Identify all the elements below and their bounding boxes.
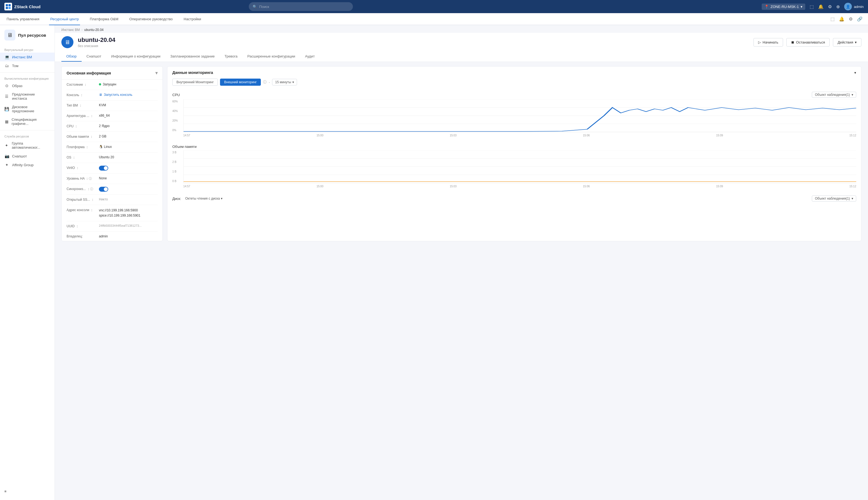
sidebar-collapse-btn[interactable]: ≡: [0, 487, 55, 496]
sidebar-item-image[interactable]: ⊙ Образ: [0, 81, 55, 90]
monitoring-header: Данные мониторинга: [167, 67, 861, 79]
cpu-chart-area: [183, 99, 856, 132]
monitoring-collapse[interactable]: [854, 71, 856, 75]
sidebar-item-affinity[interactable]: ✦ Affinity Group: [0, 160, 55, 169]
breadcrumb-separator: ›: [81, 28, 82, 32]
sidebar-item-volume-label: Том: [12, 64, 18, 68]
sync-toggle[interactable]: [99, 187, 108, 192]
vm-icon: 💻: [4, 55, 9, 59]
memory-x-5: 15:09: [716, 185, 723, 188]
nav-icon-1[interactable]: ⬚: [831, 16, 835, 22]
sidebar-item-snapshot[interactable]: 📷 Снапшот: [0, 152, 55, 160]
disk-chart-control[interactable]: Объект наблюдения(1) ▾: [812, 195, 856, 202]
search-bar[interactable]: 🔍 Поиск: [249, 2, 353, 11]
vm-type-label: Тип ВМ ：: [67, 103, 97, 108]
nav-icon-4[interactable]: 🔗: [857, 16, 863, 22]
vm-avatar: 🖥: [62, 36, 74, 48]
header-top: 🖥 ubuntu-20.04 без описания ▷ Начинать ⏹…: [62, 36, 861, 52]
sidebar-item-instance-offer[interactable]: ☰ Предложение инстанса: [0, 90, 55, 103]
disk-type-select[interactable]: Октеты чтения с диска ▾: [183, 196, 225, 201]
settings-icon[interactable]: ⚙: [828, 4, 832, 9]
time-range-select[interactable]: 15 минуты ▾: [272, 79, 297, 86]
sidebar-item-vm[interactable]: 💻 Инстанс ВМ: [0, 53, 55, 61]
nav-resource-center[interactable]: Ресурсный центр: [49, 13, 80, 25]
top-nav-right: 📍 ZONE-RU-MSK-1 ▾ ⬚ 🔔 ⚙ ⊕ 👤 admin: [762, 3, 864, 10]
tab-advanced-config[interactable]: Расширенные конфигурации: [243, 52, 300, 61]
monitor-icon[interactable]: ⬚: [810, 4, 814, 9]
cpu-x-labels: 14:57 15:00 15:03 15:06 15:09 15:12: [183, 133, 856, 137]
info-row-memory: Объем памяти ： 2 GB: [67, 132, 157, 142]
console-value[interactable]: 🖥 Запустить консоль: [99, 93, 157, 96]
info-row-console-addr: Адрес консоли ： vnc://10.199.199.166:590…: [67, 205, 157, 221]
sidebar-item-snapshot-label: Снапшот: [12, 154, 27, 158]
virtio-toggle[interactable]: [99, 166, 108, 171]
start-button[interactable]: ▷ Начинать: [754, 38, 783, 47]
zone-selector[interactable]: 📍 ZONE-RU-MSK-1 ▾: [762, 3, 805, 10]
memory-chart-svg: [183, 150, 856, 183]
external-monitor-btn[interactable]: Внешний мониторинг: [220, 79, 261, 86]
tab-config-info[interactable]: Информация о конфигурации: [106, 52, 166, 61]
cpu-chart-section: CPU Объект наблюдения(1) ▾: [167, 89, 861, 142]
console-icon: 🖥: [99, 93, 102, 96]
platform-value: 🐧 Linux: [99, 145, 157, 149]
tab-scheduled[interactable]: Запланированное задание: [166, 52, 220, 61]
sidebar-logo-label: Пул ресурсов: [18, 33, 46, 37]
memory-x-labels: 14:57 15:00 15:03 15:06 15:09 15:12: [183, 184, 856, 189]
info-row-owner: Владелец: admin: [67, 232, 157, 241]
sidebar-item-auto-group-label: Группа автоматическог...: [12, 141, 50, 149]
sidebar-item-gpu[interactable]: ▦ Спецификация графиче...: [0, 115, 55, 128]
cpu-label: CPU ：: [67, 124, 97, 129]
tab-alarm[interactable]: Тревога: [220, 52, 242, 61]
internal-monitor-btn[interactable]: Внутренний Мониторинг: [173, 79, 218, 86]
info-row-vm-type: Тип ВМ ： KVM: [67, 101, 157, 111]
tab-overview[interactable]: Обзор: [62, 52, 82, 61]
sidebar-item-disk-label: Дисковое предложение: [12, 105, 50, 113]
time-chevron-icon: ▾: [292, 80, 294, 84]
breadcrumb-parent[interactable]: Инстанс ВМ: [62, 28, 80, 32]
nav-icon-2[interactable]: 🔔: [839, 16, 844, 22]
page-header: 🖥 ubuntu-20.04 без описания ▷ Начинать ⏹…: [55, 33, 868, 62]
basic-info-collapse[interactable]: [155, 70, 157, 76]
tab-snapshot[interactable]: Снапшот: [82, 52, 106, 61]
tab-audit[interactable]: Аудит: [300, 52, 320, 61]
disk-header: Диск: Октеты чтения с диска ▾: [173, 196, 224, 201]
content-area: Инстанс ВМ › ubuntu-20.04 🖥 ubuntu-20.04…: [55, 25, 868, 500]
sidebar-item-auto-group[interactable]: ✦ Группа автоматическог...: [0, 139, 55, 152]
disk-chevron-icon: ▾: [221, 197, 222, 201]
virtio-label: VirtIO ：: [67, 166, 97, 170]
sidebar-item-disk-offer[interactable]: 💾 Дисковое предложение: [0, 103, 55, 115]
user-info[interactable]: 👤 admin: [844, 3, 864, 10]
nav-oam[interactable]: Платформа O&M: [89, 13, 120, 25]
sidebar-item-volume[interactable]: 🗂 Том: [0, 61, 55, 70]
chevron-down-icon: ▾: [801, 5, 802, 9]
monitor-info-icon: ⓘ: [263, 80, 267, 84]
avatar: 👤: [844, 3, 852, 10]
stop-button[interactable]: ⏹ Останавливаться: [786, 38, 830, 47]
nav-settings[interactable]: Настройки: [182, 13, 202, 25]
disk-section: Диск: Октеты чтения с диска ▾ Объект наб…: [167, 193, 861, 204]
arch-value: x86_64: [99, 114, 157, 117]
sidebar: 🖥 Пул ресурсов Виртуальный ресурс 💻 Инст…: [0, 25, 55, 500]
nav-icon-3[interactable]: ⚙: [849, 16, 853, 22]
status-value: Запущен: [99, 82, 157, 86]
help-icon[interactable]: ⊕: [836, 4, 840, 9]
platform-label: Платформа ：: [67, 145, 97, 149]
cpu-y-40: 40%: [173, 110, 178, 113]
volume-icon: 🗂: [4, 64, 9, 68]
nav-dashboard[interactable]: Панель управления: [5, 13, 40, 25]
memory-x-1: 14:57: [183, 185, 190, 188]
uuid-label: UUID ：: [67, 224, 97, 229]
info-row-virtio: VirtIO ：: [67, 163, 157, 174]
nav-operational-guide[interactable]: Оперативное руководство: [128, 13, 174, 25]
cpu-chart-control[interactable]: Объект наблюдения(1) ▾: [812, 92, 856, 98]
image-icon: ⊙: [4, 83, 9, 88]
sync-toggle-knob: [104, 187, 108, 191]
actions-button[interactable]: Действия ▾: [833, 38, 861, 47]
app-logo[interactable]: ZStack Cloud: [4, 3, 43, 10]
bell-icon[interactable]: 🔔: [818, 4, 824, 9]
user-name: admin: [854, 5, 864, 9]
cpu-y-60: 60%: [173, 100, 178, 103]
offer-icon: ☰: [4, 94, 9, 99]
sidebar-section-service: Служба ресурсов: [0, 133, 55, 139]
info-row-ha: Уровень HA ：ⓘ None: [67, 174, 157, 184]
